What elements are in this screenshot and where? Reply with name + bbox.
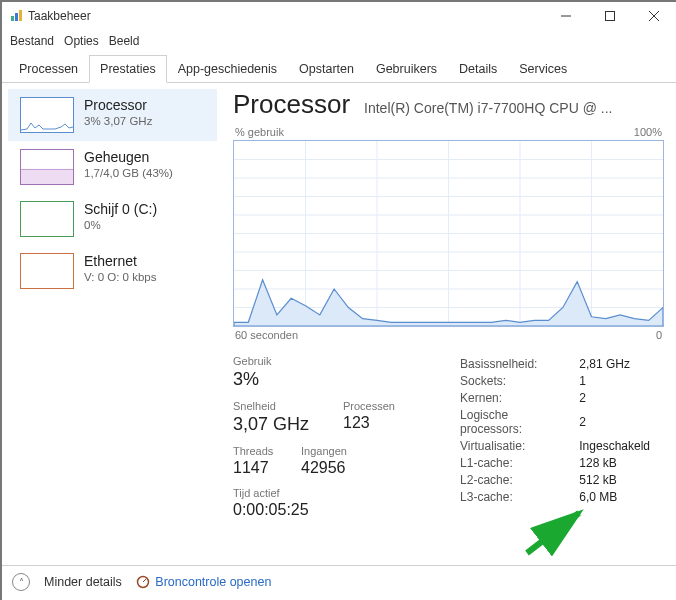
stat-value: 2 <box>579 406 664 437</box>
stat-value: 512 kB <box>579 471 664 488</box>
stats-right: Basissnelheid:2,81 GHz Sockets:1 Kernen:… <box>460 355 664 529</box>
stat-label: Processen <box>343 400 411 412</box>
stat-label: Basissnelheid: <box>460 355 579 372</box>
window-title: Taakbeheer <box>24 9 544 23</box>
window-buttons <box>544 2 676 30</box>
menu-bar: Bestand Opties Beeld <box>2 30 676 54</box>
stat-value: 0:00:05:25 <box>233 501 430 519</box>
stat-label: L3-cache: <box>460 488 579 505</box>
cpu-chart[interactable] <box>233 140 664 327</box>
titlebar: Taakbeheer <box>2 2 676 30</box>
svg-rect-4 <box>606 12 615 21</box>
sidebar-item-cpu[interactable]: Processor 3% 3,07 GHz <box>8 89 217 141</box>
minimize-button[interactable] <box>544 2 588 30</box>
chart-x-left: 60 seconden <box>235 329 298 341</box>
maximize-button[interactable] <box>588 2 632 30</box>
sidebar-item-disk[interactable]: Schijf 0 (C:) 0% <box>8 193 217 245</box>
chart-area: % gebruik 100% <box>233 126 664 341</box>
sidebar-item-sub: 0% <box>84 219 157 231</box>
sidebar-item-label: Ethernet <box>84 253 156 269</box>
sidebar-item-ethernet[interactable]: Ethernet V: 0 O: 0 kbps <box>8 245 217 297</box>
tab-processen[interactable]: Processen <box>8 55 89 83</box>
tab-app-geschiedenis[interactable]: App-geschiedenis <box>167 55 288 83</box>
app-icon <box>10 8 24 25</box>
resource-monitor-icon <box>136 575 150 589</box>
sidebar-item-label: Geheugen <box>84 149 173 165</box>
stat-value: Ingeschakeld <box>579 437 664 454</box>
close-button[interactable] <box>632 2 676 30</box>
sidebar-item-sub: 1,7/4,0 GB (43%) <box>84 167 173 179</box>
tab-opstarten[interactable]: Opstarten <box>288 55 365 83</box>
stat-value: 128 kB <box>579 454 664 471</box>
stats-left: Gebruik 3% Snelheid 3,07 GHz Processen 1… <box>233 355 430 529</box>
stat-value: 6,0 MB <box>579 488 664 505</box>
disk-thumbnail <box>20 201 74 237</box>
stat-label: Snelheid <box>233 400 343 412</box>
content-area: Processor 3% 3,07 GHz Geheugen 1,7/4,0 G… <box>2 83 676 565</box>
sidebar-item-label: Processor <box>84 97 152 113</box>
sidebar-text: Ethernet V: 0 O: 0 kbps <box>84 253 156 283</box>
chart-y-label: % gebruik <box>235 126 284 138</box>
main-panel: Processor Intel(R) Core(TM) i7-7700HQ CP… <box>217 83 676 565</box>
footer: ˄ Minder details Broncontrole openen <box>2 565 676 598</box>
svg-rect-2 <box>19 10 22 21</box>
stat-value: 3% <box>233 369 323 390</box>
stat-value: 1147 <box>233 459 301 477</box>
stat-value: 3,07 GHz <box>233 414 343 435</box>
svg-rect-1 <box>15 13 18 21</box>
svg-rect-0 <box>11 16 14 21</box>
stat-label: Logische processors: <box>460 406 579 437</box>
stat-value: 2,81 GHz <box>579 355 664 372</box>
sidebar-item-sub: 3% 3,07 GHz <box>84 115 152 127</box>
chevron-up-icon[interactable]: ˄ <box>12 573 30 591</box>
sidebar-item-memory[interactable]: Geheugen 1,7/4,0 GB (43%) <box>8 141 217 193</box>
page-title: Processor <box>233 89 350 120</box>
tab-prestaties[interactable]: Prestaties <box>89 55 167 83</box>
menu-options[interactable]: Opties <box>64 34 99 48</box>
sidebar-text: Schijf 0 (C:) 0% <box>84 201 157 231</box>
chart-y-max: 100% <box>634 126 662 138</box>
menu-file[interactable]: Bestand <box>10 34 54 48</box>
cpu-thumbnail <box>20 97 74 133</box>
ethernet-thumbnail <box>20 253 74 289</box>
stat-value: 42956 <box>301 459 369 477</box>
tab-details[interactable]: Details <box>448 55 508 83</box>
stat-label: Gebruik <box>233 355 323 367</box>
resource-monitor-link[interactable]: Broncontrole openen <box>136 575 272 590</box>
stat-value: 1 <box>579 372 664 389</box>
stat-label: Virtualisatie: <box>460 437 579 454</box>
stat-label: Ingangen <box>301 445 369 457</box>
stat-label: Sockets: <box>460 372 579 389</box>
stat-label: Tijd actief <box>233 487 430 499</box>
resource-monitor-label[interactable]: Broncontrole openen <box>155 575 271 589</box>
memory-thumbnail <box>20 149 74 185</box>
tab-services[interactable]: Services <box>508 55 578 83</box>
sidebar-text: Processor 3% 3,07 GHz <box>84 97 152 127</box>
chart-x-right: 0 <box>656 329 662 341</box>
stat-label: L2-cache: <box>460 471 579 488</box>
stat-label: Kernen: <box>460 389 579 406</box>
tab-gebruikers[interactable]: Gebruikers <box>365 55 448 83</box>
stat-label: Threads <box>233 445 301 457</box>
sidebar-text: Geheugen 1,7/4,0 GB (43%) <box>84 149 173 179</box>
svg-line-23 <box>143 579 146 582</box>
stat-label: L1-cache: <box>460 454 579 471</box>
sidebar-item-sub: V: 0 O: 0 kbps <box>84 271 156 283</box>
sidebar-item-label: Schijf 0 (C:) <box>84 201 157 217</box>
tab-strip: Processen Prestaties App-geschiedenis Op… <box>2 54 676 83</box>
cpu-model: Intel(R) Core(TM) i7-7700HQ CPU @ ... <box>364 100 664 116</box>
stat-value: 2 <box>579 389 664 406</box>
sidebar: Processor 3% 3,07 GHz Geheugen 1,7/4,0 G… <box>2 83 217 565</box>
menu-view[interactable]: Beeld <box>109 34 140 48</box>
stats-area: Gebruik 3% Snelheid 3,07 GHz Processen 1… <box>233 355 664 529</box>
fewer-details-button[interactable]: Minder details <box>44 575 122 589</box>
stat-value: 123 <box>343 414 411 432</box>
